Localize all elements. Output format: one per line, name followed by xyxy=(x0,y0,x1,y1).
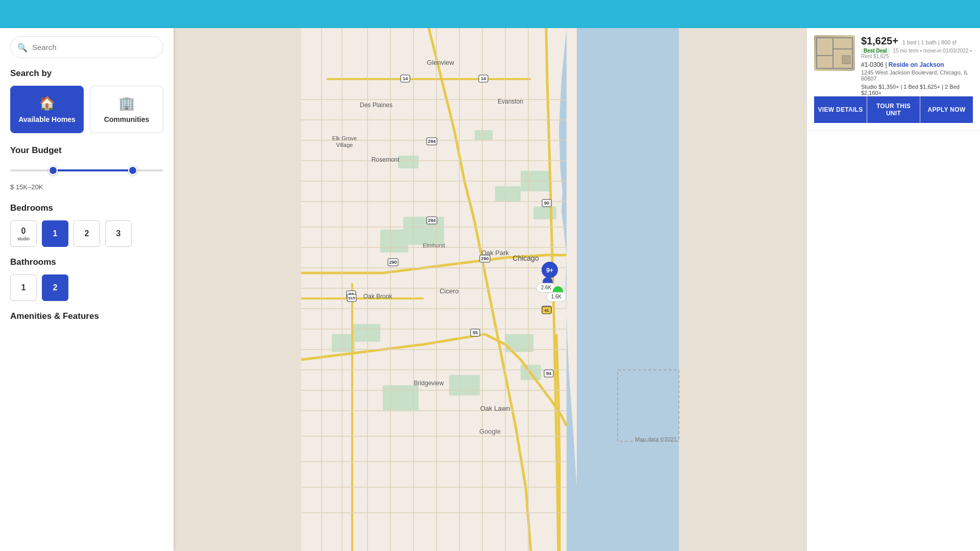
bathroom-options: 1 2 xyxy=(10,274,163,301)
communities-card[interactable]: 🏢 Communities xyxy=(90,86,163,133)
search-container: 🔍 xyxy=(10,36,163,58)
svg-text:294: 294 xyxy=(428,139,435,144)
property-bed-bath-sf: 1 bed | 1 bath | 800 sf xyxy=(902,39,957,45)
svg-text:Oak Lawn: Oak Lawn xyxy=(480,405,510,412)
budget-slider[interactable] xyxy=(10,163,163,178)
unit-address: 1245 West Jackson Boulevard, Chicago, IL… xyxy=(861,69,973,82)
search-by-label: Search by xyxy=(10,68,163,79)
budget-range-label: $ 15K–20K xyxy=(10,183,163,191)
svg-rect-6 xyxy=(380,230,408,253)
bathroom-2-value: 2 xyxy=(53,283,58,292)
svg-text:Rosemont: Rosemont xyxy=(372,156,400,163)
bathroom-btn-2[interactable]: 2 xyxy=(42,274,68,301)
svg-text:290: 290 xyxy=(389,260,397,265)
action-buttons: VIEW DETAILS TOUR THIS UNIT APPLY NOW xyxy=(814,96,973,123)
one-bed-price: 1 Bed $1,625+ xyxy=(903,84,940,90)
available-homes-card[interactable]: 🏠 Available Homes xyxy=(10,86,84,133)
svg-rect-11 xyxy=(352,324,380,342)
slider-fill xyxy=(53,169,133,171)
bedroom-2-value: 2 xyxy=(85,229,89,238)
svg-text:Cicero: Cicero xyxy=(439,287,459,295)
property-price: $1,625+ xyxy=(861,35,898,47)
search-by-grid: 🏠 Available Homes 🏢 Communities xyxy=(10,86,163,133)
apply-now-button[interactable]: APPLY NOW xyxy=(920,96,973,123)
svg-rect-13 xyxy=(398,156,419,168)
svg-text:Chicago: Chicago xyxy=(512,254,539,262)
svg-text:Evanston: Evanston xyxy=(498,98,523,105)
bedroom-0-value: 0 xyxy=(21,227,26,236)
svg-text:Elmhurst: Elmhurst xyxy=(423,242,445,248)
svg-text:Glenview: Glenview xyxy=(427,59,454,66)
svg-text:Des Plaines: Des Plaines xyxy=(360,102,393,109)
floor-plan-img xyxy=(814,35,855,71)
bathroom-1-value: 1 xyxy=(21,283,26,292)
property-info: $1,625+ 1 bed | 1 bath | 800 sf Best Dea… xyxy=(861,35,973,96)
svg-text:515: 515 xyxy=(348,296,355,300)
bathrooms-section: Bathrooms 1 2 xyxy=(10,257,163,301)
slider-thumb-left[interactable] xyxy=(48,166,58,175)
svg-text:Bridgeview: Bridgeview xyxy=(414,380,444,387)
svg-rect-4 xyxy=(533,207,556,219)
bedrooms-section: Bedrooms 0 studio 1 2 3 xyxy=(10,203,163,247)
home-icon: 🏠 xyxy=(39,95,55,111)
map-area[interactable]: 294 294 290 290 90 90 94 55 xyxy=(174,28,806,551)
map-background: 294 294 290 290 90 90 94 55 xyxy=(174,28,806,551)
svg-text:41: 41 xyxy=(545,308,549,313)
unit-id-text: #1-0306 xyxy=(861,61,884,68)
svg-rect-14 xyxy=(475,130,493,140)
sidebar: 🔍 Search by 🏠 Available Homes 🏢 Communit… xyxy=(0,28,174,551)
svg-text:Elk Grove: Elk Grove xyxy=(332,135,357,141)
search-icon: 🔍 xyxy=(17,42,28,52)
pricing-row: Studio $1,350+ | 1 Bed $1,625+ | 2 Bed $… xyxy=(861,84,973,96)
bedrooms-label: Bedrooms xyxy=(10,203,163,213)
property-thumbnail xyxy=(814,35,855,71)
bedroom-btn-3[interactable]: 3 xyxy=(105,220,132,247)
communities-label: Communities xyxy=(104,115,150,123)
amenities-section: Amenities & Features xyxy=(10,311,163,321)
svg-text:Google: Google xyxy=(479,428,501,435)
slider-thumb-right[interactable] xyxy=(128,166,137,175)
view-details-button[interactable]: VIEW DETAILS xyxy=(814,96,867,123)
svg-text:2.6K: 2.6K xyxy=(541,285,552,290)
bathrooms-label: Bathrooms xyxy=(10,257,163,267)
bedroom-btn-1[interactable]: 1 xyxy=(42,220,68,247)
bedroom-3-value: 3 xyxy=(116,229,121,238)
svg-text:Oak Park: Oak Park xyxy=(481,249,509,257)
budget-label: Your Budget xyxy=(10,145,163,156)
bedroom-btn-0[interactable]: 0 studio xyxy=(10,220,37,247)
community-name-link[interactable]: Reside on Jackson xyxy=(889,61,944,68)
svg-rect-0 xyxy=(567,28,679,551)
budget-section: Your Budget $ 15K–20K xyxy=(10,145,163,191)
svg-text:90: 90 xyxy=(544,201,549,206)
studio-price: Studio $1,350+ xyxy=(861,84,899,90)
property-card-header: $1,625+ 1 bed | 1 bath | 800 sf Best Dea… xyxy=(814,35,973,96)
bedroom-options: 0 studio 1 2 3 xyxy=(10,220,163,247)
best-deal-row: Best Deal 15 mo term • move-in 01/03/202… xyxy=(861,48,973,59)
bedroom-1-value: 1 xyxy=(53,229,58,238)
svg-text:1.6K: 1.6K xyxy=(551,294,562,299)
bathroom-btn-1[interactable]: 1 xyxy=(10,274,37,301)
svg-rect-7 xyxy=(449,375,480,395)
tour-unit-button[interactable]: TOUR THIS UNIT xyxy=(867,96,920,123)
svg-text:Map data ©2021: Map data ©2021 xyxy=(635,436,677,442)
map-svg: 294 294 290 290 90 90 94 55 xyxy=(174,28,806,551)
move-in: move-in 01/03/2022 xyxy=(923,48,968,54)
svg-rect-100 xyxy=(842,56,850,64)
bedroom-btn-2[interactable]: 2 xyxy=(74,220,100,247)
svg-text:290: 290 xyxy=(481,256,488,261)
svg-text:Oak Brook: Oak Brook xyxy=(363,293,393,300)
property-card: $1,625+ 1 bed | 1 bath | 800 sf Best Dea… xyxy=(807,28,980,131)
svg-rect-1 xyxy=(301,28,577,551)
rent: Rent $1,625 xyxy=(861,54,889,59)
search-input[interactable] xyxy=(10,36,163,58)
unit-id-row: #1-0306 | Reside on Jackson xyxy=(861,61,973,68)
deal-separator2: • xyxy=(970,48,972,54)
available-homes-label: Available Homes xyxy=(18,115,76,123)
svg-rect-3 xyxy=(495,186,521,202)
svg-text:Village: Village xyxy=(336,142,353,148)
svg-text:9+: 9+ xyxy=(546,267,553,274)
amenities-label: Amenities & Features xyxy=(10,311,163,321)
svg-text:14: 14 xyxy=(403,76,408,81)
svg-text:14: 14 xyxy=(481,76,486,81)
svg-text:294: 294 xyxy=(428,218,435,223)
